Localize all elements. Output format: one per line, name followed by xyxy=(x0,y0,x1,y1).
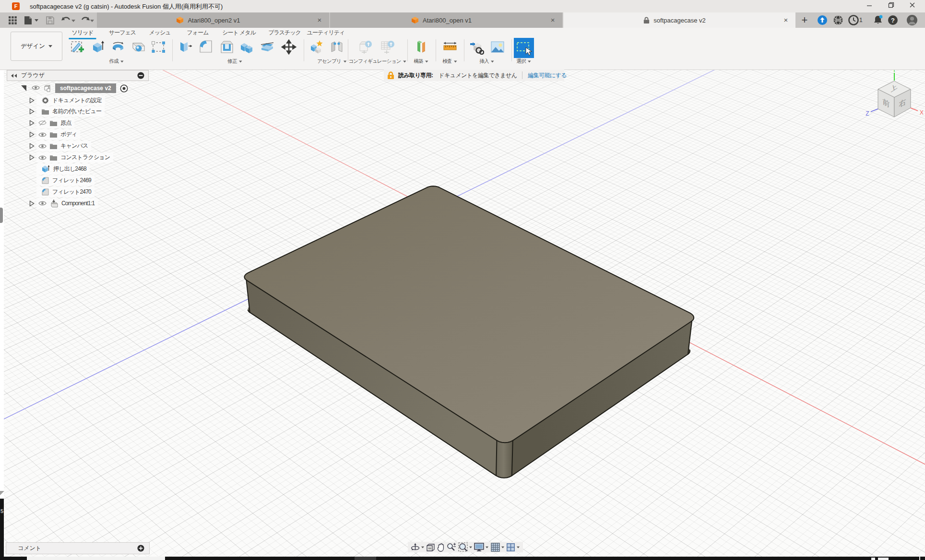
browser-tree-row[interactable]: 原点 xyxy=(7,117,74,129)
close-tab-icon[interactable]: × xyxy=(315,15,324,25)
undo-icon[interactable] xyxy=(59,12,77,28)
ribbon-group-label[interactable]: アセンブリ xyxy=(317,58,347,65)
ribbon-group-label[interactable]: 構築 xyxy=(414,58,428,65)
move-icon[interactable] xyxy=(281,39,296,55)
construct-plane-icon[interactable] xyxy=(414,39,429,55)
joint-icon[interactable] xyxy=(329,39,344,55)
fillet-icon[interactable] xyxy=(198,39,213,55)
file-menu-icon[interactable] xyxy=(23,12,39,28)
browser-root-row[interactable]: softpacagecase v2 xyxy=(7,82,128,94)
eye-icon[interactable] xyxy=(38,132,47,138)
create-sketch-icon[interactable] xyxy=(70,39,85,55)
eye-icon[interactable] xyxy=(32,84,40,93)
new-component-icon[interactable] xyxy=(309,39,324,55)
eye-icon[interactable] xyxy=(38,143,47,149)
expand-triangle-icon[interactable] xyxy=(29,200,35,207)
plus-circle-icon[interactable] xyxy=(137,545,144,552)
split-icon[interactable] xyxy=(260,39,275,55)
select-icon[interactable] xyxy=(514,38,534,58)
press-pull-icon[interactable] xyxy=(177,39,192,55)
ribbon-tab[interactable]: メッシュ xyxy=(149,29,170,37)
ribbon-group-label[interactable]: 修正 xyxy=(227,58,242,65)
expand-triangle-icon[interactable] xyxy=(29,120,35,126)
ribbon-tab[interactable]: シート メタル xyxy=(222,29,256,37)
job-status-clock-icon[interactable] xyxy=(848,15,859,25)
eye-icon[interactable] xyxy=(38,200,47,206)
collapse-panel-icon[interactable] xyxy=(11,73,17,78)
eye-icon[interactable] xyxy=(38,155,47,161)
help-icon[interactable]: ? xyxy=(888,15,898,25)
browser-tree-row[interactable]: ボディ xyxy=(7,129,80,140)
browser-tree-row[interactable]: Component1:1 xyxy=(7,198,98,209)
coil-icon[interactable] xyxy=(131,39,146,55)
expand-triangle-icon[interactable] xyxy=(29,131,35,138)
look-at-icon[interactable] xyxy=(426,543,435,551)
close-tab-icon[interactable]: × xyxy=(781,15,791,25)
hide-all-icon[interactable] xyxy=(137,72,144,79)
insert-derive-icon[interactable] xyxy=(469,39,484,55)
activate-radio-icon[interactable] xyxy=(120,84,128,93)
orbit-icon[interactable] xyxy=(411,543,425,552)
comments-bar[interactable]: コメント xyxy=(6,542,150,554)
expand-triangle-icon[interactable] xyxy=(29,154,35,161)
browser-tree-row[interactable]: ドキュメントの設定 xyxy=(7,94,105,106)
viewport-3d-scene[interactable] xyxy=(0,0,925,560)
save-icon[interactable] xyxy=(43,12,57,28)
close-window-button[interactable] xyxy=(901,0,923,12)
measure-icon[interactable] xyxy=(442,39,458,55)
pan-icon[interactable] xyxy=(437,543,445,552)
ribbon-group-label[interactable]: 検査 xyxy=(442,58,457,65)
fit-icon[interactable] xyxy=(458,542,473,552)
browser-root-label[interactable]: softpacagecase v2 xyxy=(55,83,116,93)
browser-tree-row[interactable]: フィレット2469 xyxy=(7,175,95,186)
new-tab-button[interactable]: + xyxy=(796,12,813,28)
shell-icon[interactable] xyxy=(219,39,235,55)
ribbon-group-label[interactable]: コンフィギュレーション xyxy=(348,58,406,65)
grid-settings-icon[interactable] xyxy=(491,543,505,552)
revolve-icon[interactable] xyxy=(110,39,126,55)
ribbon-tab[interactable]: サーフェス xyxy=(109,29,136,37)
make-editable-link[interactable]: 編集可能にする xyxy=(528,71,567,80)
app-grid-icon[interactable] xyxy=(6,12,19,28)
user-avatar[interactable] xyxy=(906,14,918,26)
notification-bell-icon[interactable] xyxy=(872,14,884,26)
extrude-icon[interactable] xyxy=(90,39,106,55)
config-table-icon[interactable] xyxy=(380,39,395,55)
model-front-corner-fillet[interactable] xyxy=(496,441,513,478)
close-tab-icon[interactable]: × xyxy=(548,15,557,25)
pattern-icon[interactable] xyxy=(151,39,166,55)
timeline-track[interactable] xyxy=(27,557,165,560)
configuration-icon[interactable] xyxy=(358,39,373,55)
document-tab[interactable]: Atari800_open2 v1× xyxy=(97,12,329,28)
expanded-triangle-icon[interactable] xyxy=(21,85,27,92)
minimize-button[interactable] xyxy=(859,0,880,12)
ribbon-group-label[interactable]: 作成 xyxy=(109,58,124,65)
ribbon-tab[interactable]: ソリッド xyxy=(71,29,93,37)
insert-image-icon[interactable] xyxy=(490,39,505,55)
document-tab[interactable]: softpacagecase v2× xyxy=(563,12,795,28)
ribbon-tab[interactable]: プラスチック xyxy=(268,29,301,37)
zoom-icon[interactable] xyxy=(447,543,456,552)
browser-tree-row[interactable]: 押し出し2468 xyxy=(7,163,90,175)
document-tab[interactable]: Atari800_open v1× xyxy=(330,12,562,28)
combine-icon[interactable] xyxy=(239,39,254,55)
browser-panel-header[interactable]: ブラウザ xyxy=(7,70,149,81)
browser-tree-row[interactable]: コンストラクション xyxy=(7,152,113,163)
maximize-button[interactable] xyxy=(880,0,901,12)
workspace-switcher[interactable]: デザイン xyxy=(11,32,62,61)
viewports-icon[interactable] xyxy=(506,543,520,552)
eye-icon[interactable] xyxy=(38,120,47,126)
browser-tree-row[interactable]: フィレット2470 xyxy=(7,186,95,198)
expand-triangle-icon[interactable] xyxy=(29,143,35,149)
ribbon-group-label[interactable]: 選択 xyxy=(516,58,531,65)
expand-triangle-icon[interactable] xyxy=(29,97,35,104)
redo-icon[interactable] xyxy=(79,12,96,28)
browser-tree-row[interactable]: 名前の付いたビュー xyxy=(7,106,105,117)
ribbon-tab[interactable]: ユーティリティ xyxy=(307,29,345,37)
browser-tree-row[interactable]: キャンバス xyxy=(7,140,91,152)
data-panel-grip[interactable] xyxy=(0,208,3,223)
display-settings-icon[interactable] xyxy=(474,543,489,551)
ribbon-group-label[interactable]: 挿入 xyxy=(479,58,494,65)
expand-triangle-icon[interactable] xyxy=(29,108,35,115)
offline-globe-icon[interactable] xyxy=(833,15,843,25)
